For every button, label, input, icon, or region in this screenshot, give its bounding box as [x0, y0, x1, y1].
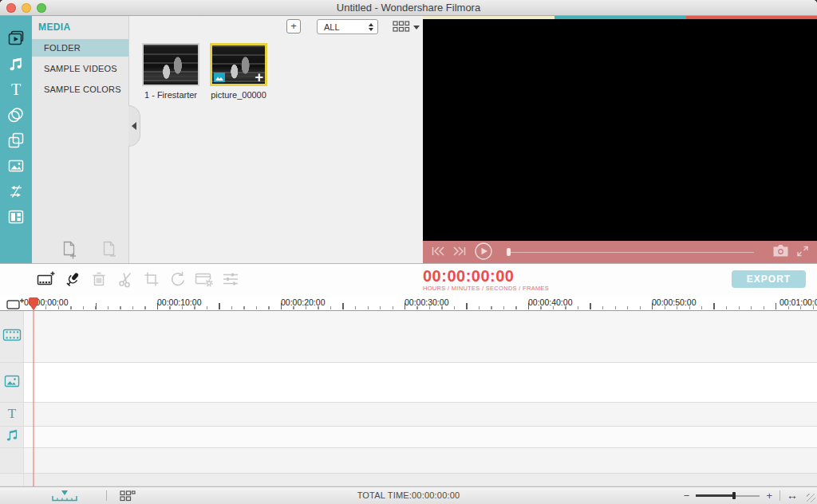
rotate-button[interactable]	[168, 270, 187, 291]
media-library-icon	[6, 29, 26, 48]
text-track-lane[interactable]	[24, 403, 817, 426]
timeline-tracks[interactable]: T	[0, 311, 817, 486]
sidebar-item-overlays[interactable]	[6, 132, 26, 149]
fullscreen-button[interactable]	[796, 245, 809, 260]
pan-timeline-button[interactable]: ↔	[787, 487, 798, 504]
preview-video-area[interactable]	[423, 19, 817, 241]
zoom-slider-handle[interactable]	[732, 492, 736, 499]
play-icon	[474, 242, 493, 263]
skip-back-button[interactable]	[431, 246, 445, 259]
timecode-caption: HOURS / MINUTES / SECONDS / FRAMES	[423, 285, 549, 292]
export-button[interactable]: EXPORT	[732, 270, 806, 288]
playhead-pin[interactable]	[29, 297, 38, 311]
sidebar-item-split-screen[interactable]	[6, 208, 26, 226]
media-item-picture-00000[interactable]: + picture_00000	[210, 43, 267, 100]
timeline-zoom-slider[interactable]	[696, 491, 760, 501]
overlay-track-lane[interactable]	[24, 363, 817, 402]
overlay-track-header[interactable]	[0, 363, 24, 402]
timeline-ruler[interactable]: 00:00:00:0000:00:10:0000:00:20:0000:00:3…	[0, 297, 817, 311]
camera-icon	[772, 244, 789, 260]
sidebar-item-media[interactable]	[6, 30, 26, 47]
text-track[interactable]: T	[0, 403, 817, 427]
advanced-edit-button[interactable]	[195, 270, 214, 291]
video-track[interactable]	[0, 311, 817, 363]
remove-folder-button[interactable]	[101, 240, 118, 259]
music-note-icon	[6, 54, 26, 73]
import-media-button[interactable]: +	[286, 19, 301, 33]
sidebar-item-text[interactable]: T	[6, 81, 26, 98]
preview-panel	[423, 16, 817, 263]
video-thumbnail	[142, 43, 199, 86]
window-zoom-button[interactable]	[37, 3, 46, 13]
overlay-track[interactable]	[0, 363, 817, 403]
video-track-header[interactable]	[0, 311, 24, 362]
timeline-footer-row	[0, 474, 817, 486]
media-filter-select[interactable]: ALL	[317, 19, 378, 34]
zoom-in-button[interactable]: +	[766, 491, 772, 501]
sidebar-item-music[interactable]	[6, 55, 26, 73]
feature-iconbar: T	[0, 16, 32, 263]
collapse-panel-button[interactable]	[128, 105, 140, 147]
scrub-handle[interactable]	[507, 248, 511, 256]
zoom-out-button[interactable]: −	[684, 491, 690, 501]
window-minimize-button[interactable]	[22, 3, 31, 13]
media-panel-header: MEDIA	[32, 16, 128, 39]
skip-forward-button[interactable]	[452, 246, 467, 259]
ruler-time-label: 00:01:00:00	[780, 297, 817, 307]
media-item-label: 1 - Firestarter	[142, 90, 199, 100]
sidebar-item-elements[interactable]	[6, 157, 26, 175]
skip-forward-icon	[452, 246, 467, 259]
overlays-icon	[6, 131, 26, 150]
crop-icon	[142, 270, 161, 291]
traffic-lights	[6, 3, 46, 13]
video-track-lane[interactable]	[24, 311, 817, 362]
split-button[interactable]	[116, 270, 135, 291]
adjust-button[interactable]	[221, 270, 240, 291]
svg-text:T: T	[11, 81, 21, 98]
sidebar-item-filters[interactable]	[6, 106, 26, 124]
snapshot-button[interactable]	[772, 244, 789, 260]
media-panel-item-sample-colors[interactable]: SAMPLE COLORS	[32, 81, 128, 98]
add-folder-button[interactable]	[61, 240, 78, 259]
sidebar-item-transitions[interactable]	[6, 183, 26, 200]
play-button[interactable]	[474, 242, 493, 263]
scrub-slider[interactable]	[507, 246, 754, 258]
audio-track-lane[interactable]	[24, 427, 817, 447]
record-voiceover-button[interactable]	[63, 270, 82, 291]
microphone-icon	[63, 270, 82, 291]
text-track-header[interactable]: T	[0, 403, 24, 426]
window-close-button[interactable]	[6, 3, 16, 13]
grid-view-icon	[393, 21, 410, 34]
media-library: + ALL 1 - Firestarter +	[129, 16, 423, 263]
view-mode-button[interactable]	[393, 21, 420, 34]
trash-icon	[89, 270, 109, 291]
ruler-time-label: 00:00:30:00	[405, 297, 448, 307]
statusbar-divider	[780, 490, 780, 501]
resize-grip-icon[interactable]	[807, 494, 815, 502]
ruler-time-label: 00:00:10:00	[157, 297, 201, 307]
audio-track[interactable]	[0, 427, 817, 448]
panel-gear-icon	[194, 270, 215, 291]
fullscreen-icon	[796, 245, 809, 260]
playhead-line[interactable]	[33, 311, 34, 486]
crop-button[interactable]	[142, 270, 161, 291]
add-to-timeline-overlay[interactable]: +	[255, 69, 263, 86]
manage-tracks-button[interactable]	[6, 297, 26, 311]
image-icon	[6, 156, 26, 175]
media-panel-item-sample-videos[interactable]: SAMPLE VIDEOS	[32, 60, 128, 77]
timecode-value: 00:00:00:00	[423, 268, 549, 284]
media-panel-item-folder[interactable]: FOLDER	[32, 39, 128, 57]
music-track-icon	[5, 428, 19, 446]
audio-track-header[interactable]	[0, 427, 24, 447]
edit-toolbar: 00:00:00:00 HOURS / MINUTES / SECONDS / …	[0, 263, 817, 297]
extra-track-row[interactable]	[0, 448, 817, 474]
media-item-firestarter[interactable]: 1 - Firestarter	[142, 43, 199, 100]
preview-controls	[423, 241, 817, 263]
delete-button[interactable]	[89, 270, 109, 291]
media-filter-value: ALL	[318, 22, 369, 32]
add-to-timeline-button[interactable]	[37, 270, 56, 291]
image-track-icon	[4, 375, 20, 391]
media-panel: MEDIA FOLDER SAMPLE VIDEOS SAMPLE COLORS	[32, 16, 129, 263]
track-plus-icon	[6, 301, 26, 311]
timecode-display: 00:00:00:00 HOURS / MINUTES / SECONDS / …	[423, 268, 549, 292]
